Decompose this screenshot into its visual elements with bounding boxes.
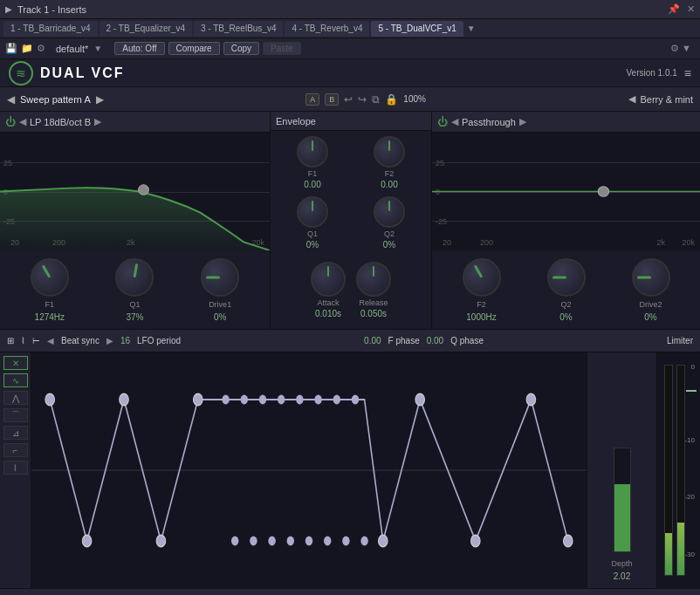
drive2-label: Drive2 [639, 300, 662, 309]
f-phase-value: 0.00 [364, 336, 381, 345]
filter-right-curve [432, 133, 700, 250]
env-f2-knob[interactable] [374, 136, 405, 168]
env-q1-label: Q1 [307, 229, 318, 238]
preset-dropdown-arrow[interactable]: ▼ [93, 44, 102, 53]
meter-bar-l-fill [665, 533, 672, 575]
save-icon[interactable]: 💾 [5, 43, 17, 54]
release-knob[interactable] [356, 262, 391, 297]
q2-knob[interactable] [547, 258, 586, 297]
filter-right-header: ⏻ ◀ Passthrough ▶ [432, 112, 700, 133]
lfo-shapes-panel: ✕ ∿ ⋀ ⌒ ⊿ ⌐ ⌇ [0, 352, 31, 588]
tab-1[interactable]: 1 - TB_Barricade_v4 [3, 21, 98, 37]
depth-bar[interactable] [614, 448, 631, 552]
filter-right-knobs: F2 1000Hz Q2 0% Drive2 0% [432, 250, 700, 329]
env-f1-value: 0.00 [304, 180, 320, 189]
drive1-value: 0% [214, 312, 226, 322]
env-q2-knob[interactable] [374, 196, 405, 228]
close-icon[interactable]: ✕ [687, 3, 695, 15]
compare-button[interactable]: Compare [168, 42, 220, 55]
bottom-scrollbar[interactable] [0, 588, 700, 595]
meter-label-0: 0 [691, 363, 695, 371]
envelope-f-row: F1 0.00 F2 0.00 [274, 136, 428, 189]
filter-right-next[interactable]: ▶ [519, 116, 526, 127]
svg-point-5 [82, 535, 92, 547]
redo-button[interactable]: ↪ [358, 93, 367, 106]
plugin-settings-icon[interactable]: ⚙ ▼ [670, 43, 691, 54]
svg-point-18 [305, 537, 312, 546]
lfo-step-icon[interactable]: ⊢ [32, 336, 40, 345]
lfo-shape-off[interactable]: ✕ [3, 356, 28, 370]
lfo-shape-arc[interactable]: ⌒ [3, 408, 28, 422]
filter-left-next[interactable]: ▶ [94, 116, 101, 127]
env-q2-cell: Q2 0% [374, 196, 405, 250]
filter-left-panel: ⏻ ◀ LP 18dB/oct B ▶ 25 0 -25 20 200 2k 2… [0, 112, 271, 329]
attack-cell: Attack 0.010s [311, 262, 346, 318]
paste-button[interactable]: Paste [263, 42, 301, 55]
tab-2[interactable]: 2 - TB_Equalizer_v4 [100, 21, 192, 37]
meter-marker [686, 390, 697, 392]
lfo-shape-sine[interactable]: ∿ [3, 373, 28, 387]
filter-right-prev[interactable]: ◀ [451, 116, 458, 127]
env-f1-knob[interactable] [297, 136, 328, 168]
lock-button[interactable]: 🔒 [385, 93, 398, 106]
f1-knob[interactable] [31, 258, 69, 297]
filter-right-eq-display[interactable]: 25 0 -25 20 200 2k 20k [432, 133, 700, 250]
filter-left-power-button[interactable]: ⏻ [5, 116, 16, 128]
plugin-header: ≋ DUAL VCF Version 1.0.1 ≡ [0, 59, 700, 87]
env-f1-label: F1 [308, 169, 318, 178]
f2-knob[interactable] [463, 258, 501, 297]
filter-left-eq-display[interactable]: 25 0 -25 20 200 2k 20k [0, 133, 270, 250]
tab-dropdown-arrow[interactable]: ▼ [467, 24, 476, 33]
svg-point-24 [360, 537, 367, 546]
pin-icon[interactable]: 📌 [668, 3, 680, 15]
pattern-prev-button[interactable]: ◀ [7, 93, 15, 106]
envelope-ar-row: Attack 0.010s Release 0.050s [274, 256, 428, 324]
q1-knob[interactable] [115, 258, 154, 297]
copy-button[interactable]: Copy [223, 42, 259, 55]
q2-label: Q2 [560, 300, 571, 309]
svg-point-21 [333, 395, 340, 405]
lfo-shape-square[interactable]: ⌐ [3, 443, 28, 457]
lfo-shape-sawtooth[interactable]: ⊿ [3, 426, 28, 440]
copy-pattern-button[interactable]: ⧉ [372, 93, 380, 106]
settings-icon[interactable]: ⚙ [37, 43, 45, 54]
pattern-next-button[interactable]: ▶ [96, 93, 104, 106]
undo-button[interactable]: ↩ [344, 93, 353, 106]
svg-point-27 [471, 535, 481, 547]
tab-3[interactable]: 3 - TB_ReelBus_v4 [194, 21, 284, 37]
beat-sync-prev[interactable]: ◀ [47, 336, 54, 345]
lfo-wave-icon[interactable]: ⌇ [21, 336, 25, 345]
q-phase-label: Q phase [450, 336, 484, 345]
preset-right-name: Berry & mint [641, 94, 694, 105]
tab-5[interactable]: 5 - TB_DualVCF_v1 [371, 21, 463, 37]
meter-label-30: -30 [684, 551, 695, 558]
lfo-shape-triangle[interactable]: ⋀ [3, 391, 28, 405]
tab-4[interactable]: 4 - TB_Reverb_v4 [285, 21, 369, 37]
plugin-logo: ≋ [9, 61, 33, 85]
envelope-content: F1 0.00 F2 0.00 Q1 0% [271, 131, 431, 329]
ab-a-button[interactable]: A [305, 93, 319, 106]
q1-value: 37% [126, 312, 143, 322]
release-cell: Release 0.050s [356, 262, 391, 318]
lfo-right-panel: Depth 2.02 [587, 352, 656, 588]
ab-b-button[interactable]: B [325, 93, 339, 106]
lfo-wave-area[interactable] [31, 352, 587, 588]
attack-knob[interactable] [311, 262, 346, 297]
menu-icon[interactable]: ≡ [684, 66, 691, 80]
drive1-knob[interactable] [201, 258, 239, 297]
auto-off-button[interactable]: Auto: Off [114, 42, 164, 55]
svg-point-13 [259, 395, 266, 405]
lfo-shape-random[interactable]: ⌇ [3, 461, 28, 475]
beat-sync-next[interactable]: ▶ [106, 336, 113, 345]
drive2-knob-container: Drive2 0% [632, 258, 670, 322]
svg-point-6 [120, 393, 129, 406]
lfo-grid-icon[interactable]: ⊞ [7, 336, 14, 345]
q2-knob-container: Q2 0% [547, 258, 586, 322]
folder-icon[interactable]: 📁 [21, 43, 33, 54]
env-f2-label: F2 [385, 169, 395, 178]
filter-right-power-button[interactable]: ⏻ [437, 116, 448, 128]
preset-prev-button[interactable]: ◀ [628, 93, 635, 105]
filter-left-prev[interactable]: ◀ [19, 116, 26, 127]
env-q1-knob[interactable] [297, 196, 328, 228]
drive2-knob[interactable] [632, 258, 670, 297]
